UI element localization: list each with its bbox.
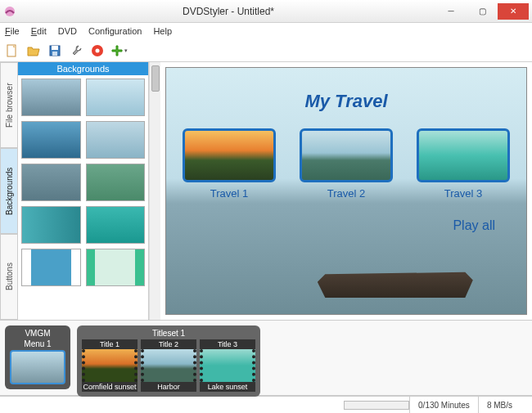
status-minutes: 0/130 Minutes [409,397,478,413]
minimize-button[interactable]: ─ [435,3,467,20]
menu-file[interactable]: File [5,26,20,36]
background-thumb[interactable] [86,121,146,159]
menu-title[interactable]: My Travel [166,91,526,112]
menu-help[interactable]: Help [153,26,172,36]
item-thumb [183,128,276,182]
menu-canvas[interactable]: My Travel Travel 1Travel 2Travel 3 Play … [165,67,527,315]
clip[interactable]: Title 3Lake sunset [200,339,255,392]
save-button[interactable] [46,42,64,60]
tab-buttons[interactable]: Buttons [0,234,18,320]
titlebar: DVDStyler - Untitled* ─ ▢ ✕ [0,0,532,23]
background-thumb[interactable] [86,206,146,244]
item-label: Travel 2 [300,187,393,200]
vmgm-header: VMGM [10,329,65,338]
menu-item[interactable]: Travel 1 [183,128,276,200]
background-thumb[interactable] [86,79,146,116]
background-thumb[interactable] [21,121,81,159]
app-icon [3,5,16,18]
background-thumb[interactable] [21,206,81,244]
progress-gauge [344,401,409,410]
clip-caption: Lake sunset [200,382,255,392]
clip-caption: Harbor [141,382,196,392]
preview-pane: My Travel Travel 1Travel 2Travel 3 Play … [160,62,532,320]
window-title: DVDStyler - Untitled* [21,6,435,17]
statusbar: 0/130 Minutes 8 MB/s [0,396,532,413]
menu-items: Travel 1Travel 2Travel 3 [183,128,510,200]
clips-row: Title 1Cornfield sunsetTitle 2HarborTitl… [82,339,255,392]
vmgm-thumbnail[interactable] [10,350,65,384]
item-label: Travel 1 [183,187,276,200]
background-thumb[interactable] [86,249,146,286]
clip-frame [141,349,196,382]
clip-title: Title 2 [141,339,196,349]
tab-file-browser[interactable]: File browser [0,62,18,148]
status-rate: 8 MB/s [478,397,521,413]
clip-frame [200,349,255,382]
backgrounds-grid [18,75,148,320]
main-area: File browser Backgrounds Buttons Backgro… [0,62,532,321]
menu-item[interactable]: Travel 2 [300,128,393,200]
menu-dvd[interactable]: DVD [58,26,77,36]
item-thumb [417,128,510,182]
scrollbar[interactable] [149,62,160,320]
wrench-icon[interactable] [67,42,85,60]
clip-title: Title 3 [200,339,255,349]
open-button[interactable] [25,42,43,60]
svg-point-6 [96,48,100,52]
clip-frame [82,349,138,382]
titleset-header: Titleset 1 [82,329,255,338]
backgrounds-header: Backgrounds [18,62,148,75]
new-button[interactable] [3,42,21,60]
vmgm-block[interactable]: VMGM Menu 1 [5,325,70,389]
clip-title: Title 1 [82,339,138,349]
tab-backgrounds[interactable]: Backgrounds [0,148,18,234]
menu-item[interactable]: Travel 3 [417,128,510,200]
burn-button[interactable] [88,42,106,60]
svg-rect-3 [52,46,58,50]
play-all-button[interactable]: Play all [453,218,495,233]
timeline: VMGM Menu 1 Titleset 1 Title 1Cornfield … [0,321,532,396]
item-thumb [300,128,393,182]
close-button[interactable]: ✕ [498,3,529,20]
titleset-block[interactable]: Titleset 1 Title 1Cornfield sunsetTitle … [77,325,260,397]
clip-caption: Cornfield sunset [82,382,138,392]
background-thumb[interactable] [21,249,81,286]
clip[interactable]: Title 1Cornfield sunset [82,339,138,392]
add-button[interactable]: ▾ [110,42,128,60]
backgrounds-panel: Backgrounds [18,62,149,320]
vmgm-menu-label: Menu 1 [10,339,65,348]
item-label: Travel 3 [417,187,510,200]
window-buttons: ─ ▢ ✕ [435,3,529,20]
clip[interactable]: Title 2Harbor [141,339,196,392]
background-thumb[interactable] [21,79,81,116]
maximize-button[interactable]: ▢ [467,3,498,20]
menu-configuration[interactable]: Configuration [88,26,142,36]
menubar: File Edit DVD Configuration Help [0,23,532,39]
side-tabs: File browser Backgrounds Buttons [0,62,18,320]
background-thumb[interactable] [86,164,146,201]
toolbar: ▾ [0,39,532,62]
menu-edit[interactable]: Edit [31,26,47,36]
background-thumb[interactable] [21,164,81,201]
svg-rect-4 [52,52,57,56]
